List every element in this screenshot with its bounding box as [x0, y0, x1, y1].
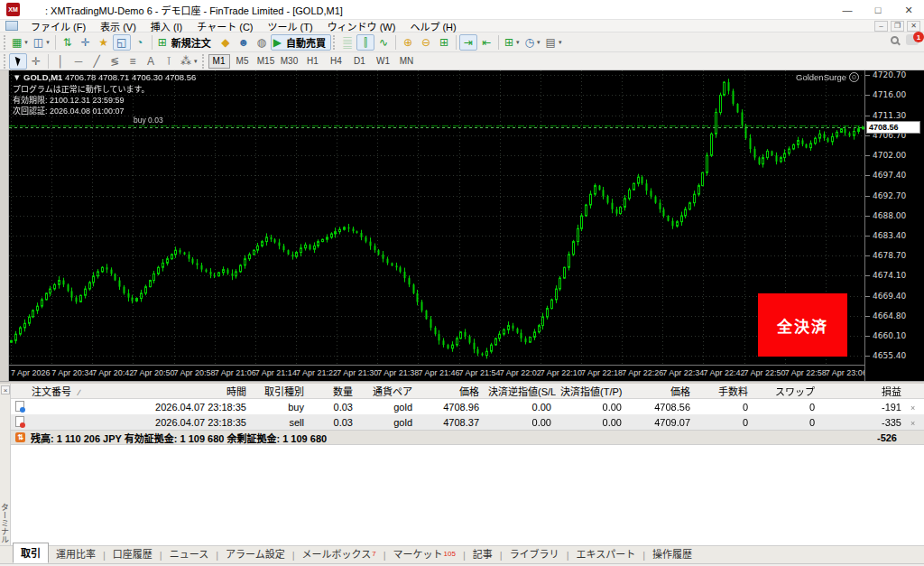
- strategy-tester-button[interactable]: ◔: [131, 34, 149, 51]
- arrows-button[interactable]: ⁂▾: [178, 53, 200, 70]
- minimize-button[interactable]: —: [832, 0, 863, 20]
- trendline-button[interactable]: ╱: [88, 53, 106, 70]
- chart-plot-area[interactable]: ▼ GOLD,M1 4706.78 4708.71 4706.30 4708.5…: [9, 70, 864, 381]
- price-tick: 4692.70: [873, 191, 906, 200]
- column-header[interactable]: 取引種別: [251, 384, 309, 398]
- column-header[interactable]: 決済指値(T/P): [556, 384, 626, 398]
- candlestick-button[interactable]: ⫿: [356, 34, 374, 51]
- toolbar-grip[interactable]: [4, 35, 7, 50]
- zoom-in-button[interactable]: ⊕: [399, 34, 417, 51]
- column-header[interactable]: 手数料: [695, 384, 753, 398]
- news-button[interactable]: ◍: [253, 34, 271, 51]
- market-watch-button[interactable]: ⇅: [59, 34, 77, 51]
- fibonacci-button[interactable]: ≶: [106, 53, 124, 70]
- search-icon[interactable]: [891, 36, 899, 44]
- timeframe-h1[interactable]: H1: [302, 54, 324, 69]
- order-row[interactable]: 2026.04.07 23:18:35buy0.03gold4708.960.0…: [11, 399, 924, 414]
- chart-shift-button[interactable]: ⇤: [477, 34, 495, 51]
- column-header[interactable]: スワップ: [753, 384, 819, 398]
- menu-item-6[interactable]: ヘルプ (H): [402, 19, 463, 33]
- terminal-tab-5[interactable]: メールボックス7: [295, 544, 383, 563]
- column-header[interactable]: 損益: [819, 384, 906, 398]
- line-chart-button[interactable]: ∿: [374, 34, 393, 51]
- terminal-tab-10[interactable]: 操作履歴: [645, 544, 699, 563]
- new-order-button[interactable]: ⊞ 新規注文: [155, 34, 217, 51]
- auto-trading-button[interactable]: ▶ 自動売買: [271, 34, 331, 51]
- menu-item-3[interactable]: チャート (C): [189, 19, 260, 33]
- close-button[interactable]: ✕: [893, 0, 924, 20]
- mdi-minimize-button[interactable]: –: [874, 21, 888, 32]
- data-window-button[interactable]: ✛: [77, 34, 95, 51]
- close-order-icon[interactable]: ×: [910, 419, 915, 428]
- menu-item-5[interactable]: ウィンドウ (W): [320, 19, 403, 33]
- timeframe-h4[interactable]: H4: [326, 54, 347, 69]
- terminal-tab-1[interactable]: 運用比率: [49, 544, 103, 563]
- templates-button[interactable]: ▤▾: [543, 34, 565, 51]
- maximize-button[interactable]: □: [863, 0, 893, 20]
- column-header[interactable]: 数量: [309, 384, 357, 398]
- timeframe-m15[interactable]: M15: [255, 54, 277, 69]
- timeframe-m1[interactable]: M1: [208, 54, 230, 69]
- horizontal-line-button[interactable]: ─: [69, 53, 88, 70]
- terminal-close-icon[interactable]: ×: [1, 385, 10, 394]
- periods-button[interactable]: ◷▾: [522, 34, 543, 51]
- column-header[interactable]: 価格: [417, 384, 484, 398]
- column-header[interactable]: 注文番号∕: [27, 384, 125, 398]
- profiles-button[interactable]: ◫▾: [31, 34, 52, 51]
- terminal-tab-4[interactable]: アラーム設定: [218, 544, 292, 563]
- community-button[interactable]: ☻: [235, 34, 253, 51]
- order-cell: gold: [357, 402, 417, 413]
- ea-active-smiley-icon[interactable]: ☺: [849, 72, 859, 82]
- vertical-line-button[interactable]: │: [51, 53, 69, 70]
- periods-icon: ◷: [525, 37, 534, 48]
- terminal-tab-9[interactable]: エキスパート: [568, 544, 642, 563]
- terminal-tab-trade[interactable]: 取引: [13, 543, 49, 563]
- terminal-tab-2[interactable]: 口座履歴: [106, 544, 160, 563]
- zoom-out-button[interactable]: ⊖: [417, 34, 435, 51]
- metaeditor-button[interactable]: ◆: [217, 34, 235, 51]
- crosshair-button[interactable]: ✛: [27, 53, 45, 70]
- chart-collapse-icon[interactable]: ▼: [13, 72, 21, 82]
- menu-item-4[interactable]: ツール (T): [261, 19, 320, 33]
- column-header[interactable]: 時間: [125, 384, 251, 398]
- tile-windows-button[interactable]: ⊞: [435, 34, 453, 51]
- text-button[interactable]: A: [142, 53, 160, 70]
- price-tick: 4697.40: [873, 171, 906, 180]
- mdi-close-button[interactable]: ✕: [907, 21, 920, 32]
- close-all-button[interactable]: 全決済: [758, 293, 847, 357]
- balance-icon: ⇅: [15, 432, 25, 442]
- timeframe-d1[interactable]: D1: [349, 54, 371, 69]
- terminal-button[interactable]: ◱: [113, 34, 131, 51]
- notifications-icon[interactable]: 1: [906, 34, 919, 45]
- menu-item-1[interactable]: 表示 (V): [93, 19, 143, 33]
- terminal-tab-8[interactable]: ライブラリ: [503, 544, 567, 563]
- column-header[interactable]: 価格: [626, 384, 695, 398]
- timeframe-m5[interactable]: M5: [232, 54, 254, 69]
- timeframe-m30[interactable]: M30: [279, 54, 300, 69]
- price-tick: 4655.40: [873, 351, 906, 360]
- time-tick: 7 Apr 22:34: [662, 368, 704, 377]
- sort-indicator: ∕: [79, 388, 80, 397]
- cursor-button[interactable]: [9, 53, 27, 70]
- mdi-restore-button[interactable]: ❐: [891, 21, 904, 32]
- terminal-tab-7[interactable]: 記事: [466, 544, 500, 563]
- indicators-button[interactable]: ⊞▾: [502, 34, 522, 51]
- menu-item-0[interactable]: ファイル (F): [23, 19, 93, 33]
- channel-button[interactable]: ≡: [124, 53, 142, 70]
- menu-item-2[interactable]: 挿入 (I): [143, 19, 189, 33]
- navigator-button[interactable]: ★: [95, 34, 113, 51]
- order-cell: 0.00: [556, 402, 626, 413]
- timeframe-mn[interactable]: MN: [396, 54, 418, 69]
- column-header[interactable]: 決済逆指値(S/L): [484, 384, 556, 398]
- bar-chart-button[interactable]: 𝄛: [338, 34, 356, 51]
- terminal-tab-6[interactable]: マーケット105: [386, 544, 463, 563]
- orders-header-row[interactable]: 注文番号∕時間取引種別数量通貨ペア価格決済逆指値(S/L)決済指値(T/P)価格…: [11, 384, 924, 399]
- terminal-tab-3[interactable]: ニュース: [162, 544, 216, 563]
- new-chart-button[interactable]: ▦▾: [9, 34, 31, 51]
- timeframe-w1[interactable]: W1: [373, 54, 394, 69]
- auto-scroll-button[interactable]: ⇥: [459, 34, 477, 51]
- order-row[interactable]: 2026.04.07 23:18:35sell0.03gold4708.370.…: [11, 414, 924, 430]
- text-label-button[interactable]: ⊺: [160, 53, 178, 70]
- column-header[interactable]: 通貨ペア: [357, 384, 417, 398]
- close-order-icon[interactable]: ×: [910, 404, 915, 413]
